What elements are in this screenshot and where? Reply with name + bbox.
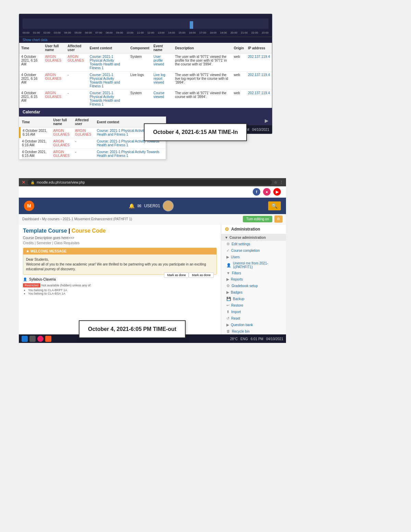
admin-item-unenrol[interactable]: 👤 Unenrol me from 2021-1(PATHFIT1): [221, 260, 286, 270]
person-icon: 👤: [23, 277, 27, 281]
unenrol-icon: 👤: [226, 263, 231, 268]
welcome-text: Dear Students,Welcome all of you to the …: [26, 257, 214, 272]
user-avatar[interactable]: [163, 200, 174, 211]
user-header-area: 🔔 ✉ USER01: [129, 200, 174, 211]
col-ip: IP address: [246, 43, 272, 53]
admin-item-question-bank[interactable]: ▶ Question bank: [221, 322, 286, 328]
admin-item-reports[interactable]: ▶ Reports: [221, 276, 286, 283]
admin-item-restore[interactable]: ↩ Restore: [221, 302, 286, 309]
gradebook-icon: ⚙: [226, 284, 230, 288]
app-taskbar-bottom-2[interactable]: [45, 336, 51, 342]
recycle-bin-label: Recycle bin: [232, 330, 250, 333]
bell-icon[interactable]: ✉: [137, 203, 141, 209]
browser-close-btn[interactable]: ✕: [22, 180, 26, 185]
cal-next-btn[interactable]: ▶: [265, 118, 269, 123]
turn-editing-on-button[interactable]: Turn editing on: [243, 216, 272, 222]
badges-label: Badges: [231, 290, 242, 294]
browser-chrome: ✕ 🔒 moodle.edu.ph/course/view.php ☆ ⋮: [19, 178, 286, 186]
cell-context: Course: 2021-1 Physical Activity Towards…: [95, 149, 166, 159]
cell-time: 4 October 2021, 6:16 AM: [19, 53, 43, 72]
welcome-message-box: ★ WELCOME MESSAGE Dear Students,Welcome …: [23, 248, 217, 275]
col-user-full: User full name: [43, 43, 65, 53]
restriction-text: Not available (hidden) unless any of:: [41, 284, 91, 287]
admin-item-users[interactable]: ▶ Users: [221, 254, 286, 260]
course-title-left: Template Course: [23, 228, 67, 234]
admin-header: ⚙ Administration: [221, 224, 286, 234]
moodle-logo-area: M: [24, 201, 34, 211]
url-text: moodle.edu.ph/course/view.php: [37, 181, 85, 184]
search-button[interactable]: 🔍: [268, 201, 281, 210]
search-taskbar-bottom[interactable]: [29, 336, 36, 342]
admin-item-reset[interactable]: ↺ Reset: [221, 315, 286, 322]
tooltip-time-in: October 4, 2021-6:15 AM TIME-In: [144, 123, 247, 141]
cell-user: ARGINGULANES: [43, 72, 65, 90]
date-bottom: 04/10/2021: [266, 337, 283, 341]
cell-user: ARGINGULANES: [51, 149, 73, 159]
admin-item-backup[interactable]: 💾 Backup: [221, 296, 286, 302]
edit-controls: Turn editing on ⚙: [243, 215, 283, 223]
users-label: Users: [231, 255, 240, 259]
chart-spike-1: [190, 21, 193, 29]
cell-event: Live log report viewed: [151, 72, 173, 90]
edit-settings-label: Edit settings: [232, 242, 250, 246]
moodle-logo: M: [24, 201, 34, 211]
cell-event: Course viewed: [151, 90, 173, 108]
top-log-table-wrapper: Time User full name Affected user Event …: [19, 43, 272, 108]
recycle-bin-icon: 🗑: [226, 329, 230, 333]
date-display: 04/10/2021: [252, 128, 269, 132]
cell-time: 4 October 2021,6:16 AM: [20, 127, 51, 138]
cell-event: User profile viewed: [151, 53, 173, 72]
show-chart-link[interactable]: Show chart data: [19, 37, 272, 43]
admin-item-import[interactable]: ⬆ Import: [221, 309, 286, 315]
mark-as-done-button-2[interactable]: Mark as done: [164, 272, 189, 278]
users-icon: ▶: [226, 255, 229, 259]
admin-item-gradebook[interactable]: ⚙ Gradebook setup: [221, 283, 286, 289]
notification-icon[interactable]: 🔔: [129, 203, 135, 209]
admin-item-filters[interactable]: ▼ Filters: [221, 270, 286, 276]
cell-user: ARGINGULANES: [51, 127, 73, 138]
import-icon: ⬆: [226, 310, 229, 314]
reset-label: Reset: [231, 317, 240, 320]
calendar-label: Calendar: [19, 108, 272, 116]
restore-icon: ↩: [226, 303, 229, 308]
admin-item-course-completion[interactable]: ✓ Course completion: [221, 247, 286, 254]
bottom-panel: ✕ 🔒 moodle.edu.ph/course/view.php ☆ ⋮ f …: [19, 178, 286, 343]
course-description: Course Description goes here>>>: [23, 236, 217, 240]
syllabus-author: Syllabus-Claveria: [29, 277, 56, 281]
gear-settings-button[interactable]: ⚙: [274, 215, 283, 223]
mark-as-done-button-1[interactable]: Mark as done: [189, 272, 214, 278]
user-name-label[interactable]: USER01: [144, 203, 160, 208]
cell-context: Course: 2021-1 Physical Activity Towards…: [88, 90, 128, 108]
star-welcome-icon: ★: [26, 249, 29, 253]
cell-time: 4 October 2021,6:16 AM: [20, 138, 51, 149]
menu-icon[interactable]: ⋮: [279, 180, 283, 185]
cell-component: System: [128, 90, 151, 108]
question-bank-icon: ▶: [226, 323, 229, 327]
top-log-table: Time User full name Affected user Event …: [19, 43, 272, 108]
course-title: Template Course | Course Code: [23, 228, 217, 234]
chart-time-labels: 00:00 01:00 02:00 03:00 04:00 05:00 06:0…: [23, 30, 269, 35]
backup-label: Backup: [233, 297, 244, 301]
facebook-icon[interactable]: f: [253, 188, 260, 196]
youtube-icon[interactable]: ▶: [273, 188, 281, 196]
admin-item-recycle-bin[interactable]: 🗑 Recycle bin: [221, 328, 286, 334]
reports-label: Reports: [231, 277, 243, 281]
table-row: 4 October 2021, 6:16 AM ARGINGULANES ARG…: [19, 53, 272, 72]
star-icon[interactable]: ☆: [274, 180, 277, 185]
cell-origin: web: [232, 72, 246, 90]
chart-bars: [23, 18, 269, 29]
browser-url-bar[interactable]: 🔒 moodle.edu.ph/course/view.php: [28, 180, 272, 185]
admin-item-edit-settings[interactable]: ⚙ Edit settings: [221, 241, 286, 247]
col-affected: Affecteduser: [73, 117, 95, 127]
cell-context: Course: 2021-1 Physical Activity Towards…: [88, 72, 128, 90]
filters-label: Filters: [232, 271, 241, 275]
app-taskbar-bottom-1[interactable]: [37, 336, 43, 342]
admin-item-badges[interactable]: ▶ Badges: [221, 289, 286, 296]
instagram-icon[interactable]: ●: [263, 188, 271, 196]
restriction-item-2: You belong to CLA-BSA 1A: [28, 292, 217, 295]
welcome-box-header: ★ WELCOME MESSAGE: [23, 248, 216, 255]
table-row: 4 October 2021, 6:16 AM ARGINGULANES - C…: [19, 72, 272, 90]
windows-icon-bottom[interactable]: [22, 336, 28, 342]
table-row: 4 October 2021, 6:15 AM ARGINGULANES - C…: [19, 90, 272, 108]
cell-origin: web: [232, 53, 246, 72]
